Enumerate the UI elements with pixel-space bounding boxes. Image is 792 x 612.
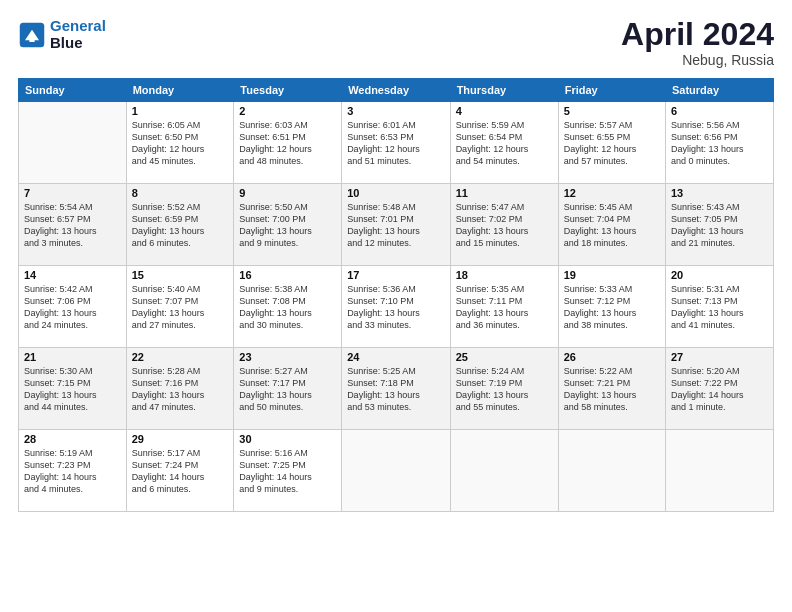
calendar-cell: 17Sunrise: 5:36 AM Sunset: 7:10 PM Dayli… bbox=[342, 266, 451, 348]
day-number: 3 bbox=[347, 105, 445, 117]
day-info: Sunrise: 6:03 AM Sunset: 6:51 PM Dayligh… bbox=[239, 119, 336, 168]
header: General Blue April 2024 Nebug, Russia bbox=[18, 18, 774, 68]
day-number: 26 bbox=[564, 351, 660, 363]
page: General Blue April 2024 Nebug, Russia Su… bbox=[0, 0, 792, 612]
calendar-cell: 28Sunrise: 5:19 AM Sunset: 7:23 PM Dayli… bbox=[19, 430, 127, 512]
calendar-cell: 26Sunrise: 5:22 AM Sunset: 7:21 PM Dayli… bbox=[558, 348, 665, 430]
calendar-cell: 23Sunrise: 5:27 AM Sunset: 7:17 PM Dayli… bbox=[234, 348, 342, 430]
day-number: 6 bbox=[671, 105, 768, 117]
calendar-cell: 9Sunrise: 5:50 AM Sunset: 7:00 PM Daylig… bbox=[234, 184, 342, 266]
day-info: Sunrise: 5:27 AM Sunset: 7:17 PM Dayligh… bbox=[239, 365, 336, 414]
weekday-header: Tuesday bbox=[234, 79, 342, 102]
calendar-cell: 25Sunrise: 5:24 AM Sunset: 7:19 PM Dayli… bbox=[450, 348, 558, 430]
calendar-cell: 15Sunrise: 5:40 AM Sunset: 7:07 PM Dayli… bbox=[126, 266, 234, 348]
calendar-cell: 29Sunrise: 5:17 AM Sunset: 7:24 PM Dayli… bbox=[126, 430, 234, 512]
calendar-cell: 12Sunrise: 5:45 AM Sunset: 7:04 PM Dayli… bbox=[558, 184, 665, 266]
day-info: Sunrise: 5:35 AM Sunset: 7:11 PM Dayligh… bbox=[456, 283, 553, 332]
calendar-cell: 1Sunrise: 6:05 AM Sunset: 6:50 PM Daylig… bbox=[126, 102, 234, 184]
day-number: 7 bbox=[24, 187, 121, 199]
day-info: Sunrise: 5:56 AM Sunset: 6:56 PM Dayligh… bbox=[671, 119, 768, 168]
logo-general: General bbox=[50, 17, 106, 34]
day-info: Sunrise: 5:25 AM Sunset: 7:18 PM Dayligh… bbox=[347, 365, 445, 414]
day-info: Sunrise: 5:43 AM Sunset: 7:05 PM Dayligh… bbox=[671, 201, 768, 250]
calendar-cell bbox=[558, 430, 665, 512]
calendar-cell: 24Sunrise: 5:25 AM Sunset: 7:18 PM Dayli… bbox=[342, 348, 451, 430]
calendar-week-row: 28Sunrise: 5:19 AM Sunset: 7:23 PM Dayli… bbox=[19, 430, 774, 512]
logo-text: General Blue bbox=[50, 18, 106, 51]
day-info: Sunrise: 5:24 AM Sunset: 7:19 PM Dayligh… bbox=[456, 365, 553, 414]
calendar-cell: 22Sunrise: 5:28 AM Sunset: 7:16 PM Dayli… bbox=[126, 348, 234, 430]
logo-blue: Blue bbox=[50, 34, 83, 51]
calendar-week-row: 14Sunrise: 5:42 AM Sunset: 7:06 PM Dayli… bbox=[19, 266, 774, 348]
calendar-cell: 7Sunrise: 5:54 AM Sunset: 6:57 PM Daylig… bbox=[19, 184, 127, 266]
day-number: 23 bbox=[239, 351, 336, 363]
day-info: Sunrise: 5:48 AM Sunset: 7:01 PM Dayligh… bbox=[347, 201, 445, 250]
day-number: 16 bbox=[239, 269, 336, 281]
day-number: 9 bbox=[239, 187, 336, 199]
day-number: 19 bbox=[564, 269, 660, 281]
title-area: April 2024 Nebug, Russia bbox=[621, 18, 774, 68]
day-number: 14 bbox=[24, 269, 121, 281]
day-number: 15 bbox=[132, 269, 229, 281]
day-info: Sunrise: 5:28 AM Sunset: 7:16 PM Dayligh… bbox=[132, 365, 229, 414]
calendar-cell bbox=[450, 430, 558, 512]
calendar-cell: 30Sunrise: 5:16 AM Sunset: 7:25 PM Dayli… bbox=[234, 430, 342, 512]
day-info: Sunrise: 5:22 AM Sunset: 7:21 PM Dayligh… bbox=[564, 365, 660, 414]
day-info: Sunrise: 6:05 AM Sunset: 6:50 PM Dayligh… bbox=[132, 119, 229, 168]
day-info: Sunrise: 6:01 AM Sunset: 6:53 PM Dayligh… bbox=[347, 119, 445, 168]
calendar-table: SundayMondayTuesdayWednesdayThursdayFrid… bbox=[18, 78, 774, 512]
weekday-header: Saturday bbox=[666, 79, 774, 102]
calendar-cell: 6Sunrise: 5:56 AM Sunset: 6:56 PM Daylig… bbox=[666, 102, 774, 184]
day-info: Sunrise: 5:33 AM Sunset: 7:12 PM Dayligh… bbox=[564, 283, 660, 332]
weekday-header: Sunday bbox=[19, 79, 127, 102]
day-number: 21 bbox=[24, 351, 121, 363]
day-number: 30 bbox=[239, 433, 336, 445]
day-number: 5 bbox=[564, 105, 660, 117]
calendar-cell: 21Sunrise: 5:30 AM Sunset: 7:15 PM Dayli… bbox=[19, 348, 127, 430]
day-info: Sunrise: 5:50 AM Sunset: 7:00 PM Dayligh… bbox=[239, 201, 336, 250]
day-number: 20 bbox=[671, 269, 768, 281]
day-number: 12 bbox=[564, 187, 660, 199]
weekday-header: Friday bbox=[558, 79, 665, 102]
calendar-cell: 2Sunrise: 6:03 AM Sunset: 6:51 PM Daylig… bbox=[234, 102, 342, 184]
day-number: 2 bbox=[239, 105, 336, 117]
calendar-cell: 8Sunrise: 5:52 AM Sunset: 6:59 PM Daylig… bbox=[126, 184, 234, 266]
calendar-cell: 16Sunrise: 5:38 AM Sunset: 7:08 PM Dayli… bbox=[234, 266, 342, 348]
day-info: Sunrise: 5:45 AM Sunset: 7:04 PM Dayligh… bbox=[564, 201, 660, 250]
day-info: Sunrise: 5:40 AM Sunset: 7:07 PM Dayligh… bbox=[132, 283, 229, 332]
month-title: April 2024 bbox=[621, 18, 774, 50]
day-number: 4 bbox=[456, 105, 553, 117]
day-info: Sunrise: 5:54 AM Sunset: 6:57 PM Dayligh… bbox=[24, 201, 121, 250]
day-info: Sunrise: 5:59 AM Sunset: 6:54 PM Dayligh… bbox=[456, 119, 553, 168]
calendar-week-row: 21Sunrise: 5:30 AM Sunset: 7:15 PM Dayli… bbox=[19, 348, 774, 430]
calendar-cell bbox=[666, 430, 774, 512]
weekday-header: Wednesday bbox=[342, 79, 451, 102]
calendar-week-row: 1Sunrise: 6:05 AM Sunset: 6:50 PM Daylig… bbox=[19, 102, 774, 184]
logo-icon bbox=[18, 21, 46, 49]
calendar-cell: 11Sunrise: 5:47 AM Sunset: 7:02 PM Dayli… bbox=[450, 184, 558, 266]
svg-rect-2 bbox=[29, 36, 34, 41]
day-info: Sunrise: 5:47 AM Sunset: 7:02 PM Dayligh… bbox=[456, 201, 553, 250]
day-info: Sunrise: 5:31 AM Sunset: 7:13 PM Dayligh… bbox=[671, 283, 768, 332]
day-info: Sunrise: 5:52 AM Sunset: 6:59 PM Dayligh… bbox=[132, 201, 229, 250]
weekday-header-row: SundayMondayTuesdayWednesdayThursdayFrid… bbox=[19, 79, 774, 102]
day-number: 17 bbox=[347, 269, 445, 281]
day-info: Sunrise: 5:17 AM Sunset: 7:24 PM Dayligh… bbox=[132, 447, 229, 496]
day-info: Sunrise: 5:30 AM Sunset: 7:15 PM Dayligh… bbox=[24, 365, 121, 414]
day-info: Sunrise: 5:20 AM Sunset: 7:22 PM Dayligh… bbox=[671, 365, 768, 414]
day-number: 8 bbox=[132, 187, 229, 199]
calendar-cell: 18Sunrise: 5:35 AM Sunset: 7:11 PM Dayli… bbox=[450, 266, 558, 348]
day-number: 22 bbox=[132, 351, 229, 363]
day-info: Sunrise: 5:19 AM Sunset: 7:23 PM Dayligh… bbox=[24, 447, 121, 496]
calendar-cell: 13Sunrise: 5:43 AM Sunset: 7:05 PM Dayli… bbox=[666, 184, 774, 266]
weekday-header: Monday bbox=[126, 79, 234, 102]
day-number: 13 bbox=[671, 187, 768, 199]
day-number: 25 bbox=[456, 351, 553, 363]
calendar-cell: 20Sunrise: 5:31 AM Sunset: 7:13 PM Dayli… bbox=[666, 266, 774, 348]
day-number: 11 bbox=[456, 187, 553, 199]
day-info: Sunrise: 5:36 AM Sunset: 7:10 PM Dayligh… bbox=[347, 283, 445, 332]
calendar-week-row: 7Sunrise: 5:54 AM Sunset: 6:57 PM Daylig… bbox=[19, 184, 774, 266]
day-number: 24 bbox=[347, 351, 445, 363]
day-info: Sunrise: 5:38 AM Sunset: 7:08 PM Dayligh… bbox=[239, 283, 336, 332]
calendar-cell: 4Sunrise: 5:59 AM Sunset: 6:54 PM Daylig… bbox=[450, 102, 558, 184]
